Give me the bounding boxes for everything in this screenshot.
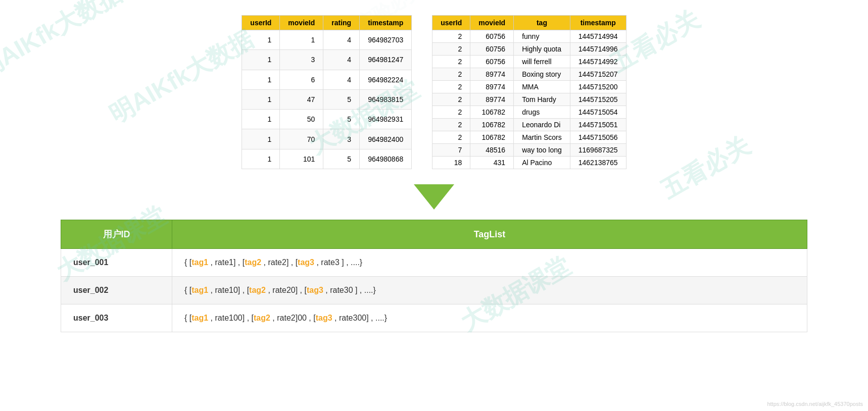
table-row: 748516way too long1169687325	[432, 144, 626, 157]
tag-colored-label: tag3	[316, 314, 332, 322]
table-cell: 1	[242, 30, 280, 50]
table-cell: 964980868	[360, 149, 412, 169]
tag-colored-label: tag1	[191, 258, 208, 267]
table-cell: 89774	[470, 68, 514, 81]
table-row: 2106782Leonardo Di1445715051	[432, 119, 626, 131]
table-row: 114964982703	[242, 30, 412, 50]
tag-list-cell: { [tag1 , rate1] , [tag2 , rate2] , [tag…	[172, 249, 807, 277]
result-col-userid: 用户ID	[61, 220, 172, 249]
table-row: 260756Highly quota1445714996	[432, 43, 626, 56]
user-id-cell: user_002	[61, 277, 172, 304]
table-cell: MMA	[514, 81, 570, 93]
table-cell: 106782	[470, 119, 514, 131]
table-cell: 1445715200	[570, 81, 626, 93]
table-cell: 4	[323, 50, 360, 70]
tags-col-userid: userId	[432, 16, 470, 30]
table-cell: 18	[432, 157, 470, 169]
ratings-col-timestamp: timestamp	[360, 16, 412, 30]
table-cell: 1445715054	[570, 106, 626, 119]
table-row: 164964982224	[242, 70, 412, 89]
table-cell: 2	[432, 131, 470, 144]
table-row: 289774Tom Hardy1445715205	[432, 93, 626, 106]
table-row: 18431Al Pacino1462138765	[432, 157, 626, 169]
table-cell: 2	[432, 81, 470, 93]
table-row: 2106782Martin Scors1445715056	[432, 131, 626, 144]
page-container: 明AIKfk大数据 明AIKfk大数据 大数据课堂 五看必关 五看必关 大数据课…	[0, 0, 868, 411]
table-cell: 1445715051	[570, 119, 626, 131]
table-cell: 89774	[470, 81, 514, 93]
result-table-container: 用户ID TagList user_001{ [tag1 , rate1] , …	[61, 220, 807, 332]
tag-colored-label: tag1	[191, 286, 208, 294]
table-cell: Boxing story	[514, 68, 570, 81]
table-row: 11015964980868	[242, 149, 412, 169]
table-cell: 60756	[470, 30, 514, 43]
table-cell: 964982400	[360, 129, 412, 149]
table-cell: 1	[242, 70, 280, 89]
tag-list-cell: { [tag1 , rate100] , [tag2 , rate2]00 , …	[172, 304, 807, 332]
url-watermark: https://blog.csdn.net/aijkfk_45370posts	[767, 401, 863, 407]
table-cell: 1	[242, 149, 280, 169]
table-row: 1475964983815	[242, 89, 412, 109]
tag-colored-label: tag2	[254, 314, 270, 322]
table-cell: 3	[323, 129, 360, 149]
table-cell: 1	[280, 30, 323, 50]
tags-col-timestamp: timestamp	[570, 16, 626, 30]
table-cell: Al Pacino	[514, 157, 570, 169]
tags-table: userId movieId tag timestamp 260756funny…	[432, 15, 626, 169]
table-cell: Leonardo Di	[514, 119, 570, 131]
table-cell: way too long	[514, 144, 570, 157]
result-table-row: user_003{ [tag1 , rate100] , [tag2 , rat…	[61, 304, 807, 332]
table-cell: 2	[432, 56, 470, 68]
table-cell: Highly quota	[514, 43, 570, 56]
table-cell: 1	[242, 129, 280, 149]
table-row: 1505964982931	[242, 110, 412, 129]
table-cell: 60756	[470, 43, 514, 56]
table-cell: 1	[242, 89, 280, 109]
table-cell: 2	[432, 68, 470, 81]
result-col-taglist: TagList	[172, 220, 807, 249]
table-cell: 6	[280, 70, 323, 89]
table-cell: 1445714994	[570, 30, 626, 43]
table-cell: 964981247	[360, 50, 412, 70]
table-cell: 7	[432, 144, 470, 157]
table-cell: 1	[242, 50, 280, 70]
table-cell: 964982931	[360, 110, 412, 129]
table-cell: 1445715207	[570, 68, 626, 81]
tag-colored-label: tag1	[191, 314, 208, 322]
table-cell: 1462138765	[570, 157, 626, 169]
table-cell: drugs	[514, 106, 570, 119]
table-cell: 4	[323, 30, 360, 50]
tag-colored-label: tag3	[298, 258, 314, 267]
table-cell: 48516	[470, 144, 514, 157]
table-cell: will ferrell	[514, 56, 570, 68]
table-cell: Tom Hardy	[514, 93, 570, 106]
result-table-row: user_001{ [tag1 , rate1] , [tag2 , rate2…	[61, 249, 807, 277]
table-cell: 1445715205	[570, 93, 626, 106]
tag-colored-label: tag2	[249, 286, 266, 294]
table-cell: 5	[323, 110, 360, 129]
tag-list-cell: { [tag1 , rate10] , [tag2 , rate20] , [t…	[172, 277, 807, 304]
table-row: 134964981247	[242, 50, 412, 70]
table-cell: 2	[432, 30, 470, 43]
tag-colored-label: tag3	[307, 286, 323, 294]
table-cell: 5	[323, 89, 360, 109]
table-cell: 964982703	[360, 30, 412, 50]
table-cell: 106782	[470, 106, 514, 119]
table-cell: 431	[470, 157, 514, 169]
ratings-col-movieid: movieId	[280, 16, 323, 30]
table-cell: 47	[280, 89, 323, 109]
table-cell: 70	[280, 129, 323, 149]
table-row: 260756funny1445714994	[432, 30, 626, 43]
result-table-row: user_002{ [tag1 , rate10] , [tag2 , rate…	[61, 277, 807, 304]
table-cell: 1445714996	[570, 43, 626, 56]
tag-colored-label: tag2	[245, 258, 261, 267]
table-row: 289774MMA1445715200	[432, 81, 626, 93]
table-cell: 1445714992	[570, 56, 626, 68]
user-id-cell: user_001	[61, 249, 172, 277]
table-cell: 50	[280, 110, 323, 129]
table-cell: funny	[514, 30, 570, 43]
ratings-table: userId movieId rating timestamp 11496498…	[242, 15, 412, 169]
table-cell: 101	[280, 149, 323, 169]
table-cell: 964983815	[360, 89, 412, 109]
user-id-cell: user_003	[61, 304, 172, 332]
